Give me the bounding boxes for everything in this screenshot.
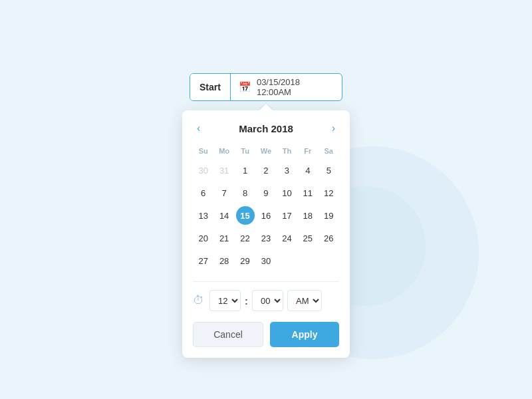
- weekday-su: Su: [193, 145, 213, 159]
- action-buttons: Cancel Apply: [193, 322, 339, 347]
- calendar-week-row: 20212223242526: [193, 227, 339, 249]
- calendar-day[interactable]: 27: [194, 251, 213, 270]
- calendar-week-row: 27282930: [193, 249, 339, 272]
- weekday-tu: Tu: [235, 145, 255, 159]
- calendar-day[interactable]: 22: [236, 229, 255, 247]
- calendar-week-row: 6789101112: [193, 182, 339, 204]
- calendar-day[interactable]: 28: [215, 251, 233, 270]
- time-row: ⏱ 121234567891011 : 00153045 AMPM: [193, 281, 339, 311]
- calendar-day: 31: [215, 161, 233, 180]
- calendar-week-row: 303112345: [193, 159, 339, 182]
- calendar-day[interactable]: 6: [194, 184, 213, 202]
- date-value-display[interactable]: 📅 03/15/2018 12:00AM: [231, 74, 342, 100]
- weekday-th: Th: [277, 145, 297, 159]
- ampm-select[interactable]: AMPM: [287, 290, 322, 311]
- calendar-day[interactable]: 1: [236, 161, 255, 180]
- calendar-header: ‹ March 2018 ›: [193, 121, 339, 136]
- weekday-sa: Sa: [319, 145, 339, 159]
- month-title: March 2018: [239, 123, 293, 134]
- dropdown-triangle: [259, 101, 273, 110]
- hour-select[interactable]: 121234567891011: [209, 290, 241, 311]
- calendar-day[interactable]: 25: [299, 229, 317, 247]
- weekday-we: We: [255, 145, 276, 159]
- calendar-icon: 📅: [239, 81, 251, 93]
- weekday-mo: Mo: [213, 145, 234, 159]
- date-text: 03/15/2018 12:00AM: [257, 77, 334, 97]
- calendar-day[interactable]: 2: [257, 161, 275, 180]
- calendar-popup: ‹ March 2018 › Su Mo Tu We Th Fr Sa 3031…: [182, 110, 350, 358]
- apply-button[interactable]: Apply: [270, 322, 339, 347]
- time-colon: :: [245, 295, 248, 307]
- calendar-day[interactable]: 30: [257, 251, 275, 270]
- calendar-day[interactable]: 12: [319, 184, 338, 202]
- calendar-day[interactable]: 13: [194, 206, 213, 225]
- calendar-day[interactable]: 19: [319, 206, 338, 225]
- date-input-bar[interactable]: Start 📅 03/15/2018 12:00AM: [190, 73, 342, 101]
- calendar-day[interactable]: 26: [319, 229, 338, 247]
- calendar-day[interactable]: 9: [257, 184, 275, 202]
- calendar-day[interactable]: 10: [277, 184, 296, 202]
- weekday-header-row: Su Mo Tu We Th Fr Sa: [193, 145, 339, 159]
- calendar-week-row: 13141516171819: [193, 204, 339, 227]
- calendar-day[interactable]: 23: [257, 229, 275, 247]
- calendar-day[interactable]: 20: [194, 229, 213, 247]
- calendar-day[interactable]: 29: [236, 251, 255, 270]
- calendar-day[interactable]: 4: [299, 161, 317, 180]
- calendar-day[interactable]: 5: [319, 161, 338, 180]
- calendar-day[interactable]: 8: [236, 184, 255, 202]
- calendar-day[interactable]: 7: [215, 184, 233, 202]
- calendar-day[interactable]: 15: [236, 206, 255, 225]
- calendar-day[interactable]: 16: [257, 206, 275, 225]
- minute-select[interactable]: 00153045: [252, 290, 283, 311]
- prev-month-button[interactable]: ‹: [193, 121, 204, 136]
- calendar-day[interactable]: 14: [215, 206, 233, 225]
- calendar-day[interactable]: 17: [277, 206, 296, 225]
- weekday-fr: Fr: [297, 145, 318, 159]
- clock-icon: ⏱: [193, 294, 204, 307]
- cancel-button[interactable]: Cancel: [193, 322, 263, 347]
- calendar-day[interactable]: 24: [277, 229, 296, 247]
- calendar-day[interactable]: 18: [299, 206, 317, 225]
- calendar-day[interactable]: 21: [215, 229, 233, 247]
- next-month-button[interactable]: ›: [328, 121, 339, 136]
- calendar-grid: Su Mo Tu We Th Fr Sa 3031123456789101112…: [193, 145, 339, 272]
- calendar-day[interactable]: 3: [277, 161, 296, 180]
- calendar-day: 30: [194, 161, 213, 180]
- start-label: Start: [190, 74, 231, 100]
- calendar-day[interactable]: 11: [299, 184, 317, 202]
